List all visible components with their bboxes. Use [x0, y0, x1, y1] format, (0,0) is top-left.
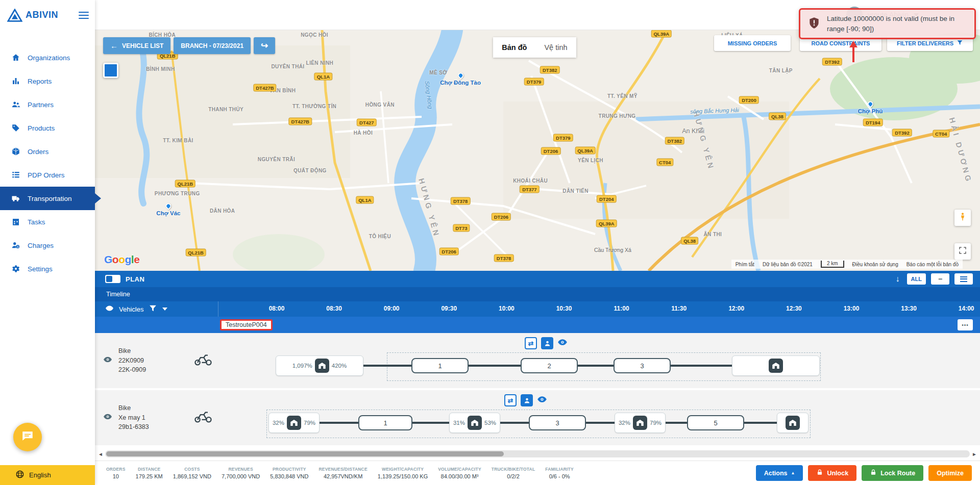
swap-route-button[interactable]: ⇄ — [504, 394, 517, 406]
load-percent: 79% — [650, 420, 662, 426]
satellite-view-button[interactable]: Vệ tinh — [535, 37, 576, 58]
plan-toggle[interactable] — [105, 275, 120, 283]
assign-driver-button[interactable] — [541, 337, 553, 349]
next-branch-button[interactable]: ↪ — [254, 37, 275, 54]
view-route-icon[interactable] — [537, 394, 547, 406]
time-label: 12:00 — [722, 305, 751, 312]
route-options-button[interactable]: ••• — [958, 319, 973, 330]
chevron-down-icon[interactable] — [162, 308, 167, 311]
route-stop[interactable]: 1 — [411, 358, 469, 373]
sidebar-item-orders[interactable]: Orders — [0, 140, 95, 163]
time-label: 08:00 — [262, 305, 291, 312]
chat-button[interactable] — [13, 423, 42, 451]
report-error-link[interactable]: Báo cáo một lỗi bản đồ — [906, 262, 959, 267]
map[interactable]: BÍCH HÒANGỌC HỒIBÌNH MINHDUYÊN THÁILIÊN … — [95, 30, 980, 271]
sidebar-item-settings[interactable]: Settings — [0, 257, 95, 280]
market-pin-icon — [866, 100, 874, 109]
error-message: Latitude 10000000 is not valid (must be … — [827, 14, 967, 34]
transportation-icon — [11, 194, 20, 203]
map-label: HÀ HỒI — [354, 130, 373, 135]
vehicle-type: Bike — [118, 346, 146, 356]
map-label: DÂN TIẾN — [562, 188, 588, 194]
scroll-left-arrow[interactable]: ◄ — [98, 451, 103, 457]
fullscreen-button[interactable] — [954, 243, 971, 260]
route-depot[interactable]: 1,097%420% — [276, 355, 363, 376]
route-depot[interactable]: 32%79% — [615, 413, 666, 433]
branch-date-button[interactable]: BRANCH - 07/23/2021 — [174, 37, 251, 54]
route-stop[interactable]: 1 — [358, 415, 412, 430]
sidebar-item-pdp-orders[interactable]: PDP Orders — [0, 163, 95, 187]
route-stop[interactable]: 2 — [521, 358, 578, 373]
sidebar-item-charges[interactable]: $Charges — [0, 234, 95, 257]
warehouse-icon — [287, 416, 301, 430]
map-label: QL39A — [575, 147, 596, 155]
assign-driver-button[interactable] — [521, 394, 533, 406]
swap-route-button[interactable]: ⇄ — [525, 337, 537, 349]
route-depot-end[interactable] — [732, 355, 820, 376]
motorbike-icon — [194, 353, 212, 368]
terms-link[interactable]: Điều khoản sử dụng — [852, 262, 898, 267]
map-view-button[interactable]: Bản đồ — [493, 37, 535, 58]
sidebar-item-products[interactable]: Products — [0, 116, 95, 140]
menu-toggle-icon[interactable] — [79, 10, 89, 21]
stat-truck-bike-total: TRUCK/BIKE/TOTAL0/2/2 — [492, 467, 535, 479]
vehicles-label: Vehicles — [119, 305, 143, 313]
horizontal-scrollbar: ◄ ► — [95, 447, 980, 461]
map-scale: 2 km — [821, 261, 844, 268]
scroll-right-arrow[interactable]: ► — [972, 451, 977, 457]
sidebar-item-tasks[interactable]: Tasks — [0, 210, 95, 234]
annotation-arrow — [849, 41, 857, 62]
scrollbar-thumb[interactable] — [106, 451, 504, 456]
route-depot[interactable]: 31%53% — [449, 413, 500, 433]
language-selector[interactable]: English — [0, 465, 95, 485]
scrollbar-track[interactable] — [105, 450, 970, 457]
time-axis: 08:0008:3009:0009:3010:0010:3011:0011:30… — [218, 301, 980, 317]
sidebar-item-partners[interactable]: Partners — [0, 93, 95, 116]
list-view-button[interactable] — [954, 273, 973, 285]
map-label: HƯNG YÊN — [418, 177, 442, 239]
toggle-all-visibility-icon[interactable] — [105, 304, 114, 315]
route-depot[interactable]: 32%79% — [268, 413, 320, 433]
map-toolbar: ←VEHICLE LIST BRANCH - 07/23/2021 ↪ — [103, 37, 275, 54]
draw-tool-button[interactable] — [103, 63, 118, 78]
sidebar-item-transportation[interactable]: Transportation — [0, 187, 95, 210]
list-icon — [960, 275, 967, 283]
lock-route-button[interactable]: Lock Route — [862, 465, 923, 481]
download-icon[interactable]: ↓ — [896, 274, 900, 284]
map-label: DT427 — [357, 118, 377, 126]
missing-orders-button[interactable]: MISSING ORDERS — [714, 35, 791, 51]
route-stop[interactable]: 5 — [687, 415, 744, 430]
collapse-button[interactable]: − — [931, 273, 949, 285]
map-label: DT377 — [520, 185, 540, 193]
map-label: DT73 — [453, 224, 470, 232]
vehicle-plate: 29b1-6383 — [118, 422, 149, 432]
sidebar-item-label: Products — [28, 124, 55, 132]
app: ABIVIN OrganizationsReportsPartnersProdu… — [0, 0, 980, 485]
route-name: TestrouteP004 — [226, 321, 267, 328]
chat-icon — [21, 429, 34, 445]
route-name-chip[interactable]: TestrouteP004 — [220, 319, 273, 330]
actions-button[interactable]: Actions▲ — [756, 465, 803, 481]
route-tools: ⇄ — [525, 337, 568, 349]
vehicles-filter-icon[interactable] — [149, 304, 157, 315]
map-label: YÊN LỊCH — [578, 157, 603, 163]
route-stop[interactable]: 3 — [529, 415, 586, 430]
keyboard-shortcuts-link[interactable]: Phím tắt — [736, 262, 754, 267]
vehicle-list-button[interactable]: ←VEHICLE LIST — [103, 37, 170, 54]
unlock-button[interactable]: Unlock — [808, 465, 856, 481]
timeline-bar: Timeline — [95, 287, 980, 301]
abivin-logo-icon — [7, 9, 22, 22]
route-depot-end[interactable] — [777, 413, 808, 433]
all-button[interactable]: ALL — [907, 273, 926, 285]
orders-icon — [11, 147, 20, 156]
language-label: English — [29, 471, 51, 479]
sidebar-item-organizations[interactable]: Organizations — [0, 46, 95, 69]
sidebar-item-reports[interactable]: Reports — [0, 69, 95, 93]
optimize-button[interactable]: Optimize — [928, 465, 972, 481]
sidebar-item-label: Settings — [28, 265, 53, 273]
route-stop[interactable]: 3 — [614, 358, 671, 373]
pdp-orders-icon — [11, 170, 20, 180]
pegman-button[interactable] — [954, 210, 971, 226]
map-label: CT04 — [656, 158, 673, 166]
view-route-icon[interactable] — [557, 337, 568, 349]
